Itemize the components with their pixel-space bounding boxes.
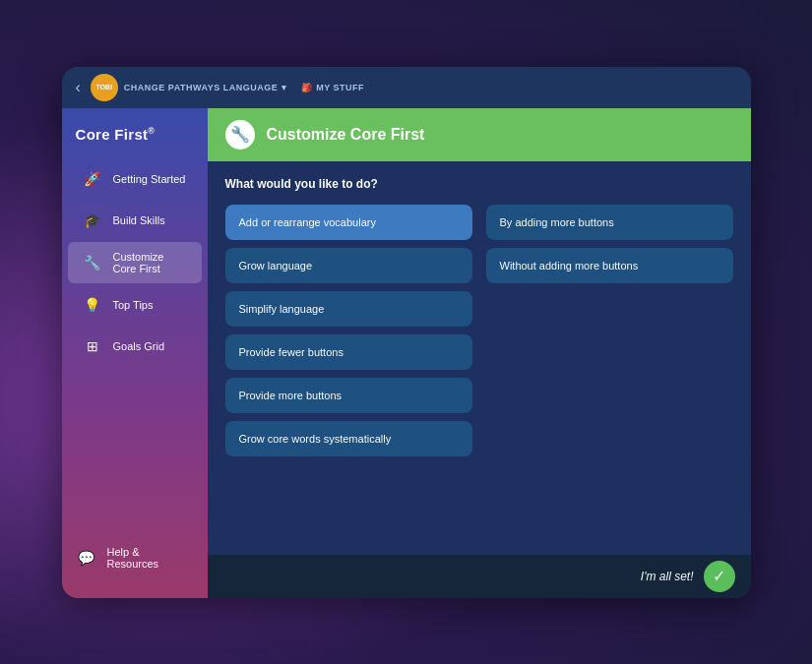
option-grow-core-words[interactable]: Grow core words systematically — [225, 421, 472, 456]
top-bar: ‹ TOBI CHANGE PATHWAYS LANGUAGE ▾ 🎒 MY S… — [62, 67, 751, 108]
sidebar-bottom: 💬 Help & Resources — [62, 527, 208, 588]
sidebar-item-top-tips[interactable]: 💡 Top Tips — [68, 285, 202, 325]
sidebar-item-getting-started[interactable]: 🚀 Getting Started — [68, 159, 202, 199]
option-add-rearrange[interactable]: Add or rearrange vocabulary — [225, 205, 472, 240]
option-more-buttons[interactable]: Provide more buttons — [225, 378, 472, 413]
main-layout: Core First® 🚀 Getting Started 🎓 Build Sk… — [62, 108, 751, 598]
sidebar-brand: Core First® — [62, 118, 208, 158]
option-without-adding-buttons[interactable]: Without adding more buttons — [486, 248, 733, 283]
lightbulb-icon: 💡 — [82, 294, 103, 316]
content-body: What would you like to do? Add or rearra… — [208, 161, 751, 555]
options-left: Add or rearrange vocabulary Grow languag… — [225, 205, 472, 456]
im-all-set-label: I'm all set! — [641, 570, 694, 583]
content-footer: I'm all set! ✓ — [208, 555, 751, 598]
help-resources-button[interactable]: 💬 Help & Resources — [62, 537, 208, 578]
page-header-icon: 🔧 — [225, 120, 255, 150]
wrench-icon: 🔧 — [82, 252, 103, 273]
my-stuff-button[interactable]: 🎒 MY STUFF — [301, 83, 364, 92]
content-area: 🔧 Customize Core First What would you li… — [208, 108, 751, 598]
option-by-adding-buttons[interactable]: By adding more buttons — [486, 205, 733, 240]
rocket-icon: 🚀 — [82, 168, 103, 190]
help-icon: 💬 — [76, 547, 97, 569]
top-bar-right: CHANGE PATHWAYS LANGUAGE ▾ 🎒 MY STUFF — [124, 83, 364, 92]
avatar: TOBI — [91, 74, 118, 101]
sidebar-item-build-skills[interactable]: 🎓 Build Skills — [68, 201, 202, 240]
question-text: What would you like to do? — [225, 177, 733, 191]
change-language-button[interactable]: CHANGE PATHWAYS LANGUAGE ▾ — [124, 83, 287, 92]
sidebar: Core First® 🚀 Getting Started 🎓 Build Sk… — [62, 108, 208, 598]
my-stuff-icon: 🎒 — [301, 83, 313, 92]
done-button[interactable]: ✓ — [704, 561, 735, 592]
options-right: By adding more buttons Without adding mo… — [486, 205, 733, 456]
checkmark-icon: ✓ — [713, 567, 725, 585]
page-header-title: Customize Core First — [267, 126, 425, 144]
option-grow-language[interactable]: Grow language — [225, 248, 472, 283]
graduation-icon: 🎓 — [82, 210, 103, 231]
sidebar-item-customize-core-first[interactable]: 🔧 Customize Core First — [68, 242, 202, 283]
page-header: 🔧 Customize Core First — [208, 108, 751, 161]
option-simplify-language[interactable]: Simplify language — [225, 291, 472, 327]
app-window: ‹ TOBI CHANGE PATHWAYS LANGUAGE ▾ 🎒 MY S… — [62, 67, 751, 598]
back-button[interactable]: ‹ — [76, 79, 81, 96]
option-fewer-buttons[interactable]: Provide fewer buttons — [225, 334, 472, 370]
grid-icon: ⊞ — [82, 335, 103, 357]
sidebar-item-goals-grid[interactable]: ⊞ Goals Grid — [68, 327, 202, 366]
options-layout: Add or rearrange vocabulary Grow languag… — [225, 205, 733, 456]
